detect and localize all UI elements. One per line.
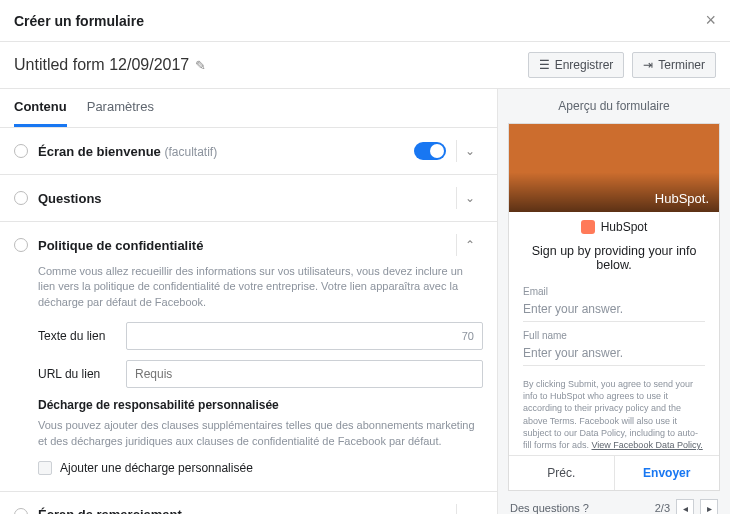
save-button[interactable]: ☰ Enregistrer: [528, 52, 625, 78]
disclaimer-checkbox[interactable]: [38, 461, 52, 475]
link-text-label: Texte du lien: [38, 329, 116, 343]
footer-questions-link[interactable]: Des questions ?: [510, 502, 589, 514]
welcome-toggle[interactable]: [414, 142, 446, 160]
section-title-thanks: Écran de remerciement: [38, 507, 182, 514]
preview-send-button[interactable]: Envoyer: [615, 456, 720, 490]
finish-label: Terminer: [658, 58, 705, 72]
form-preview: HubSpot. HubSpot Sign up by providing yo…: [508, 123, 720, 491]
preview-fullname-label: Full name: [523, 330, 705, 341]
preview-headline: Sign up by providing your info below.: [509, 242, 719, 282]
pager-prev-button[interactable]: ◂: [676, 499, 694, 514]
tab-settings[interactable]: Paramètres: [87, 89, 154, 127]
disclaimer-checkbox-label: Ajouter une décharge personnalisée: [60, 461, 253, 475]
modal-title: Créer un formulaire: [14, 13, 144, 29]
chevron-down-icon[interactable]: ⌄: [456, 140, 483, 162]
section-radio-thanks[interactable]: [14, 508, 28, 514]
link-url-input[interactable]: [135, 367, 474, 381]
brand-name: HubSpot: [601, 220, 648, 234]
brand-icon: [581, 220, 595, 234]
legal-link[interactable]: View Facebook Data Policy.: [592, 440, 703, 450]
form-title: Untitled form 12/09/2017: [14, 56, 189, 74]
close-icon[interactable]: ×: [705, 10, 716, 31]
finish-button[interactable]: ⇥ Terminer: [632, 52, 716, 78]
preview-prev-button[interactable]: Préc.: [509, 456, 615, 490]
hero-brand-logo: HubSpot.: [655, 191, 709, 206]
section-title-privacy: Politique de confidentialité: [38, 238, 203, 253]
finish-icon: ⇥: [643, 58, 653, 72]
preview-email-label: Email: [523, 286, 705, 297]
preview-heading: Aperçu du formulaire: [498, 89, 730, 123]
chevron-down-icon[interactable]: ⌄: [456, 504, 483, 514]
preview-fullname-input[interactable]: Enter your answer.: [523, 343, 705, 366]
link-text-input-wrap: 70: [126, 322, 483, 350]
privacy-help: Comme vous allez recueillir des informat…: [38, 264, 483, 310]
link-url-label: URL du lien: [38, 367, 116, 381]
page-indicator: 2/3: [655, 502, 670, 514]
section-radio-privacy[interactable]: [14, 238, 28, 252]
preview-hero: HubSpot.: [509, 124, 719, 212]
preview-email-input[interactable]: Enter your answer.: [523, 299, 705, 322]
tab-content[interactable]: Contenu: [14, 89, 67, 127]
preview-legal: By clicking Submit, you agree to send yo…: [509, 370, 719, 455]
section-radio-questions[interactable]: [14, 191, 28, 205]
save-label: Enregistrer: [555, 58, 614, 72]
link-text-input[interactable]: [135, 329, 456, 343]
chevron-up-icon[interactable]: ⌃: [456, 234, 483, 256]
chevron-down-icon[interactable]: ⌄: [456, 187, 483, 209]
form-title-row: Untitled form 12/09/2017 ✎: [14, 56, 206, 74]
section-title-welcome: Écran de bienvenue (facultatif): [38, 144, 217, 159]
disclaimer-help: Vous pouvez ajouter des clauses suppléme…: [38, 418, 483, 449]
pager-next-button[interactable]: ▸: [700, 499, 718, 514]
pencil-icon[interactable]: ✎: [195, 58, 206, 73]
disclaimer-heading: Décharge de responsabilité personnalisée: [38, 398, 483, 412]
save-icon: ☰: [539, 58, 550, 72]
section-radio-welcome[interactable]: [14, 144, 28, 158]
section-title-questions: Questions: [38, 191, 102, 206]
link-text-count: 70: [456, 330, 474, 342]
link-url-input-wrap: [126, 360, 483, 388]
